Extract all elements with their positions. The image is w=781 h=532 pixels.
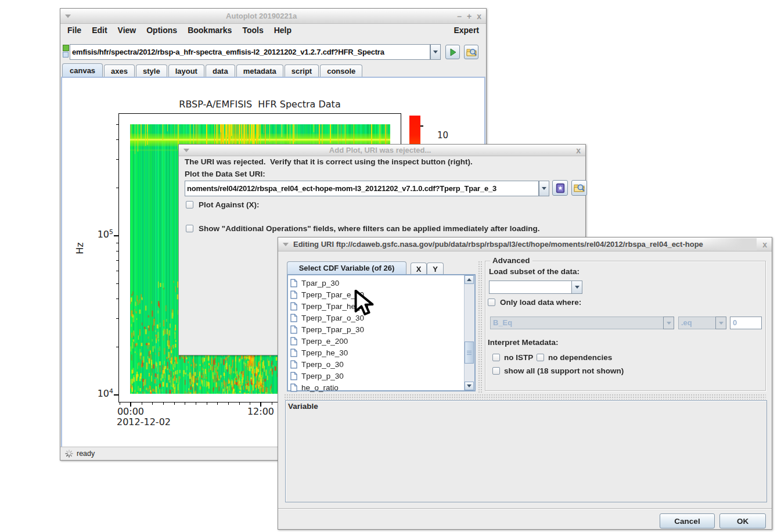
expert-menu[interactable]: Expert <box>454 26 479 35</box>
x-minor-tick <box>207 402 207 405</box>
only-load-checkbox[interactable] <box>488 299 495 306</box>
uri-dropdown-button[interactable] <box>539 181 549 196</box>
tab-console[interactable]: console <box>320 64 362 77</box>
variable-item[interactable]: Tperp_o_30 <box>288 358 474 370</box>
close-button[interactable]: x <box>576 146 581 154</box>
menu-edit[interactable]: Edit <box>92 26 107 35</box>
datasource-status-green-icon <box>63 45 69 51</box>
no-istp-label: no ISTP <box>504 353 533 362</box>
ok-button[interactable]: OK <box>719 513 766 529</box>
variable-item-label: Tperp_o_30 <box>301 360 344 369</box>
subset-dropdown-button[interactable] <box>571 281 582 294</box>
window-menu-icon[interactable] <box>65 15 71 18</box>
y-minor-tick <box>116 299 119 299</box>
busy-spinner-icon <box>65 450 73 458</box>
variable-item[interactable]: Tperp_Tpar_he_30 <box>288 300 474 312</box>
menu-file[interactable]: File <box>67 26 81 35</box>
show-all-label: show all (18 support not shown) <box>504 366 624 375</box>
where-parameter-combobox[interactable]: B_Eq <box>490 317 664 329</box>
scrollbar-thumb[interactable] <box>465 342 474 364</box>
variable-item[interactable]: Tperp_Tpar_e_30 <box>288 289 474 300</box>
window-menu-icon[interactable] <box>283 243 289 246</box>
tab-x[interactable]: X <box>411 263 427 274</box>
tab-metadata[interactable]: metadata <box>236 64 283 77</box>
title-fade <box>701 238 757 251</box>
y-minor-tick <box>116 260 119 261</box>
x-tick-label-0000: 00:00 <box>113 406 148 417</box>
add-plot-titlebar[interactable]: Add Plot, URI was rejected... x <box>179 145 585 156</box>
vertical-splitter[interactable] <box>478 261 483 393</box>
document-icon <box>290 348 297 357</box>
window-menu-icon[interactable] <box>183 149 189 152</box>
tab-canvas[interactable]: canvas <box>62 63 103 77</box>
where-operator-dropdown[interactable] <box>715 317 726 329</box>
maximize-button[interactable]: + <box>467 12 472 20</box>
plot-go-button[interactable] <box>445 45 460 59</box>
list-scrollbar[interactable] <box>464 275 474 390</box>
chevron-down-icon <box>467 384 472 387</box>
show-operations-checkbox[interactable] <box>186 225 193 232</box>
variable-item[interactable]: Tperp_Tpar_p_30 <box>288 323 474 335</box>
where-operator-combobox[interactable]: .eq <box>678 317 716 329</box>
x-minor-tick <box>185 402 185 405</box>
menu-options[interactable]: Options <box>146 26 177 35</box>
subset-combobox[interactable] <box>489 281 572 294</box>
variable-item[interactable]: Tperp_p_30 <box>288 370 474 382</box>
variable-item[interactable]: Tperp_Tpar_o_30 <box>288 312 474 323</box>
no-istp-checkbox[interactable] <box>492 354 500 361</box>
menu-tools[interactable]: Tools <box>242 26 263 35</box>
bookmarks-button[interactable] <box>552 180 568 196</box>
chevron-down-icon <box>667 322 671 325</box>
variable-item[interactable]: Tpar_p_30 <box>288 277 474 289</box>
menu-view[interactable]: View <box>118 26 136 35</box>
show-all-checkbox[interactable] <box>492 367 500 375</box>
minimize-button[interactable]: – <box>457 12 462 20</box>
main-titlebar[interactable]: Autoplot 20190221a – + x <box>60 9 486 24</box>
scroll-up-button[interactable] <box>465 275 474 284</box>
uri-input[interactable]: emfisis/hfr/spectra/2012/rbsp-a_hfr-spec… <box>70 44 430 60</box>
y-major-tick <box>114 394 119 396</box>
document-icon <box>290 325 297 334</box>
tab-axes[interactable]: axes <box>104 64 135 77</box>
add-plot-title: Add Plot, URI was rejected... <box>189 146 571 154</box>
tab-data[interactable]: data <box>206 64 235 77</box>
plot-against-checkbox[interactable] <box>186 201 193 209</box>
dataset-uri-input[interactable]: noments/rel04/2012/rbspa_rel04_ect-hope-… <box>185 181 539 196</box>
no-dependencies-checkbox[interactable] <box>537 354 544 361</box>
uri-dropdown-button[interactable] <box>430 44 441 60</box>
document-icon <box>290 279 297 287</box>
close-button[interactable]: x <box>762 240 767 249</box>
where-parameter-dropdown[interactable] <box>663 317 674 329</box>
colorbar-tick <box>420 125 423 127</box>
menu-bookmarks[interactable]: Bookmarks <box>188 26 232 35</box>
cdf-variable-list[interactable]: Tpar_p_30Tperp_Tpar_e_30Tperp_Tpar_he_30… <box>287 274 476 391</box>
tab-script[interactable]: script <box>285 64 319 77</box>
inspect-uri-button[interactable] <box>571 180 587 196</box>
plot-against-label: Plot Against (X): <box>199 200 260 209</box>
x-minor-tick <box>163 402 164 405</box>
x-minor-tick <box>239 402 240 405</box>
inspect-uri-button[interactable] <box>464 45 478 59</box>
document-icon <box>290 372 297 380</box>
tab-style[interactable]: style <box>136 64 167 77</box>
tab-select-cdf-variable[interactable]: Select CDF Variable (of 26) <box>287 261 406 274</box>
variable-item[interactable]: Tperp_he_30 <box>288 347 474 358</box>
variable-item[interactable]: Tperp_e_200 <box>288 335 474 347</box>
y-minor-tick <box>116 251 119 251</box>
variable-item[interactable]: he_o_ratio <box>288 382 474 393</box>
document-icon <box>290 290 297 299</box>
cancel-button[interactable]: Cancel <box>660 513 715 529</box>
editing-uri-titlebar[interactable]: Editing URI ftp://cdaweb.gsfc.nasa.gov/p… <box>278 238 772 251</box>
variable-item-label: Tpar_p_30 <box>301 279 339 287</box>
menu-help[interactable]: Help <box>274 26 291 35</box>
horizontal-splitter[interactable] <box>284 394 766 400</box>
where-value-input[interactable]: 0 <box>730 317 762 329</box>
close-button[interactable]: x <box>477 12 481 20</box>
tab-y[interactable]: Y <box>427 263 444 274</box>
scroll-down-button[interactable] <box>465 382 474 390</box>
interpret-metadata-label: Interpret Metadata: <box>488 338 559 347</box>
folder-search-icon <box>466 48 477 57</box>
variable-panel: Variable <box>285 400 767 502</box>
tab-layout[interactable]: layout <box>168 64 204 77</box>
y-minor-tick <box>116 347 119 347</box>
